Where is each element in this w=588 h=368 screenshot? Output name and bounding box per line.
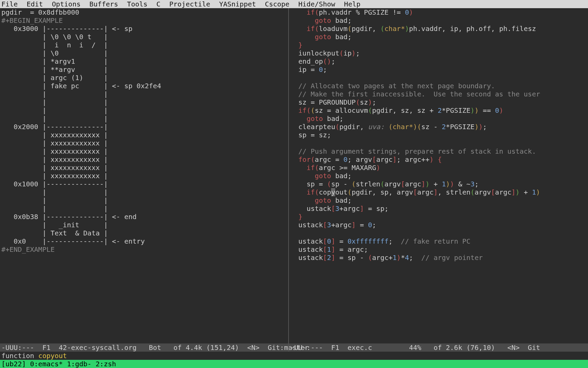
code-line: } [290, 213, 587, 221]
code-line: | | [1, 204, 287, 213]
code-line: | xxxxxxxxxxxx | [1, 147, 287, 155]
code-line: for(argc = 0; argv[argc]; argc++) { [290, 155, 587, 164]
code-line: | argc (1) | [1, 74, 287, 82]
code-line: pgdir = 0x8dfbb000 [1, 8, 287, 16]
code-line: | **argv | [1, 65, 287, 74]
editor-split: pgdir = 0x8dfbb000#+BEGIN_EXAMPLE 0x3000… [0, 8, 588, 343]
code-line: ip = 0; [290, 65, 587, 74]
code-line: #+BEGIN_EXAMPLE [1, 16, 287, 25]
code-line: goto bad; [290, 33, 587, 41]
menubar: File Edit Options Buffers Tools C Projec… [0, 0, 588, 8]
code-line: 0x3000 |--------------| <- sp [1, 25, 287, 33]
code-line: // Push argument strings, prepare rest o… [290, 147, 587, 155]
code-line: 0x0b38 |--------------| <- end [1, 213, 287, 221]
code-line: | xxxxxxxxxxxx | [1, 131, 287, 139]
minibuffer-highlight: copyout [38, 352, 67, 360]
code-line: // Make the first inaccessible. Use the … [290, 90, 587, 98]
minibuffer[interactable]: function copyout [0, 352, 588, 360]
code-line: | | [1, 188, 287, 196]
code-line: 0x1000 |--------------| [1, 180, 287, 188]
right-code-buffer[interactable]: if(ph.vaddr % PGSIZE != 0) goto bad; if(… [289, 8, 588, 262]
left-pane[interactable]: pgdir = 0x8dfbb000#+BEGIN_EXAMPLE 0x3000… [0, 8, 288, 352]
code-line: sp = sz; [290, 131, 587, 139]
menu-file[interactable]: File [1, 0, 18, 8]
code-line: if(loaduvm(pgdir, (char*)ph.vaddr, ip, p… [290, 25, 587, 33]
left-code-buffer[interactable]: pgdir = 0x8dfbb000#+BEGIN_EXAMPLE 0x3000… [0, 8, 288, 254]
code-line: // Allocate two pages at the next page b… [290, 82, 587, 90]
code-line: | *argv1 | [1, 57, 287, 65]
menu-cscope[interactable]: Cscope [265, 0, 289, 8]
code-line: goto bad; [290, 196, 587, 204]
menu-yasnippet[interactable]: YASnippet [219, 0, 256, 8]
code-line: clearpteu(pgdir, uva: (char*)(sz - 2*PGS… [290, 123, 587, 131]
minibuffer-prefix: function [1, 352, 38, 360]
code-line: iunlockput(ip); [290, 49, 587, 57]
tmux-status-bar[interactable]: [ub22] 0:emacs* 1:gdb- 2:zsh [0, 360, 588, 368]
code-line: sp = (sp - (strlen(argv[argc]) + 1)) & ~… [290, 180, 587, 188]
code-line [290, 229, 587, 237]
menu-help[interactable]: Help [344, 0, 360, 8]
code-line: #+END_EXAMPLE [1, 245, 287, 254]
code-line: ustack[3+argc] = 0; [290, 221, 587, 229]
code-line: | \0 \0 \0 t | [1, 33, 287, 41]
code-line: sz = PGROUNDUP(sz); [290, 98, 587, 106]
code-line: | xxxxxxxxxxxx | [1, 155, 287, 164]
code-line: end_op(); [290, 57, 587, 65]
menu-buffers[interactable]: Buffers [89, 0, 118, 8]
code-line [290, 139, 587, 147]
menu-c[interactable]: C [156, 0, 160, 8]
menu-hideshow[interactable]: Hide/Show [298, 0, 335, 8]
code-line: | | [1, 114, 287, 123]
code-line: | xxxxxxxxxxxx | [1, 139, 287, 147]
code-line: if(copyout(pgdir, sp, argv[argc], strlen… [290, 188, 587, 196]
code-line: 0x2000 |--------------| [1, 123, 287, 131]
code-line: | xxxxxxxxxxxx | [1, 164, 287, 172]
code-line: | xxxxxxxxxxxx | [1, 172, 287, 180]
code-line: if(ph.vaddr % PGSIZE != 0) [290, 8, 587, 16]
code-line: ustack[1] = argc; [290, 245, 587, 254]
code-line: 0x0 |--------------| <- entry [1, 237, 287, 245]
menu-projectile[interactable]: Projectile [169, 0, 210, 8]
code-line: if((sz = allocuvm(pgdir, sz, sz + 2*PGSI… [290, 106, 587, 114]
code-line: | \0 | [1, 49, 287, 57]
code-line: | | [1, 106, 287, 114]
right-pane[interactable]: if(ph.vaddr % PGSIZE != 0) goto bad; if(… [288, 8, 588, 352]
code-line: } [290, 41, 587, 49]
code-line: ustack[0] = 0xffffffff; // fake return P… [290, 237, 587, 245]
menu-edit[interactable]: Edit [27, 0, 43, 8]
code-line: | _init | [1, 221, 287, 229]
code-line: if(argc >= MAXARG) [290, 164, 587, 172]
code-line: | Text & Data | [1, 229, 287, 237]
code-line: ustack[2] = sp - (argc+1)*4; // argv poi… [290, 254, 587, 262]
code-line: goto bad; [290, 172, 587, 180]
code-line: | i n i / | [1, 41, 287, 49]
code-line [290, 74, 587, 82]
code-line: goto bad; [290, 114, 587, 123]
code-line: | | [1, 98, 287, 106]
code-line: goto bad; [290, 16, 587, 25]
code-line: | | [1, 196, 287, 204]
code-line: | fake pc | <- sp 0x2fe4 [1, 82, 287, 90]
code-line: | | [1, 90, 287, 98]
menu-tools[interactable]: Tools [127, 0, 147, 8]
code-line: ustack[3+argc] = sp; [290, 204, 587, 213]
menu-options[interactable]: Options [52, 0, 80, 8]
